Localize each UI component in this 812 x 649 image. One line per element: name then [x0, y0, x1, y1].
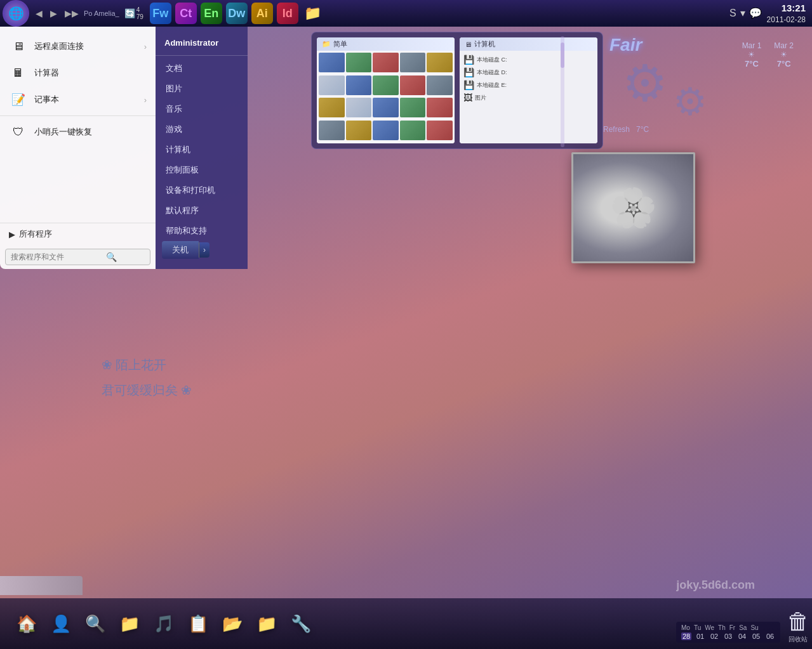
- dock-tools[interactable]: 🔧: [287, 610, 315, 638]
- id-icon[interactable]: Id: [277, 3, 298, 24]
- menu-documents[interactable]: 文档: [156, 58, 248, 79]
- all-programs[interactable]: ▶ 所有程序: [0, 223, 156, 245]
- weather-day-1-temp: 7°C: [742, 59, 762, 69]
- window-icon-simple: 📁: [322, 40, 331, 48]
- calc-icon: 🖩: [9, 63, 28, 82]
- cal-th: Th: [718, 624, 726, 631]
- pinned-apps: 🖥 远程桌面连接 › 🖩 计算器 📝 记事本 › 🛡 小哨兵一键恢复: [0, 27, 156, 223]
- photo-content: 🌸: [573, 154, 693, 261]
- poem-line-2: 君可缓缓归矣 ❀: [102, 377, 192, 403]
- recycle-bin[interactable]: 🗑 回收站: [787, 608, 809, 644]
- calendar-row-1: 28 01 02 03 04 05 06: [681, 633, 775, 640]
- dock-folder2[interactable]: 📁: [253, 610, 281, 638]
- start-menu-left: 🖥 远程桌面连接 › 🖩 计算器 📝 记事本 › 🛡 小哨兵一键恢复 ▶ 所有程…: [0, 27, 156, 269]
- thumb-1: [319, 53, 345, 72]
- window-content-computer: 💾 本地磁盘 C: 💾 本地磁盘 D: 💾 本地磁盘 E: 🖼 图片: [460, 51, 597, 143]
- cal-02: 02: [709, 633, 719, 640]
- cal-tu: Tu: [694, 624, 701, 631]
- tray-icons: S ▾ 💬: [729, 7, 762, 19]
- thumb-7: [346, 75, 372, 95]
- window-content-simple: [317, 51, 455, 143]
- play-button[interactable]: ▶: [48, 7, 60, 20]
- cal-04: 04: [737, 633, 747, 640]
- dock-folder[interactable]: 📁: [116, 610, 143, 638]
- cal-sa: Sa: [739, 624, 747, 631]
- tray-icon-s[interactable]: S: [729, 8, 736, 19]
- thumb-6: [319, 75, 345, 95]
- menu-pictures[interactable]: 图片: [156, 79, 248, 99]
- weather-day-2-icon: ☀: [774, 50, 794, 59]
- bottom-dock: 🏠 👤 🔍 📁 🎵 📋 📂 📁 🔧: [13, 610, 315, 638]
- menu-item-notepad[interactable]: 📝 记事本 ›: [0, 86, 156, 113]
- window-preview-simple[interactable]: 📁 简单: [317, 37, 455, 143]
- cal-05: 05: [751, 633, 761, 640]
- app-icons: Fw Ct En Dw Ai Id 📁: [150, 3, 324, 24]
- flower-art: 🌸: [609, 185, 657, 230]
- menu-help[interactable]: 帮助和支持: [156, 221, 248, 241]
- window-label-computer: 计算机: [474, 39, 495, 49]
- clock: 13:21 2011-02-28: [767, 1, 806, 25]
- scroll-indicator: [561, 36, 564, 147]
- thumb-18: [373, 121, 399, 140]
- fw-icon[interactable]: Fw: [150, 3, 171, 24]
- taskbar: 🌐 ◀ ▶ ▶▶ Po Amelia_ 🔄 479 Fw Ct En Dw Ai…: [0, 0, 812, 27]
- shutdown-button[interactable]: 关机: [162, 241, 199, 259]
- dock-search[interactable]: 🔍: [81, 610, 109, 638]
- dock-home[interactable]: 🏠: [13, 610, 41, 638]
- ct-icon[interactable]: Ct: [175, 3, 197, 24]
- media-controls: ◀ ▶ ▶▶: [33, 7, 81, 20]
- ai-icon[interactable]: Ai: [251, 3, 273, 24]
- dock-user[interactable]: 👤: [47, 610, 75, 638]
- username: Administrator: [156, 33, 248, 56]
- en-icon[interactable]: En: [201, 3, 222, 24]
- menu-item-calc[interactable]: 🖩 计算器: [0, 60, 156, 86]
- tray-chat[interactable]: 💬: [749, 7, 762, 19]
- menu-music[interactable]: 音乐: [156, 99, 248, 119]
- cal-28: 28: [681, 633, 691, 640]
- thumb-3: [373, 53, 399, 72]
- scroll-thumb: [561, 43, 564, 68]
- search-icon: 🔍: [106, 252, 117, 262]
- recycle-label: 回收站: [789, 635, 808, 644]
- window-title-computer: 🖥 计算机: [460, 37, 597, 51]
- cal-01: 01: [695, 633, 705, 640]
- menu-defaults[interactable]: 默认程序: [156, 200, 248, 221]
- cal-fr: Fr: [729, 624, 735, 631]
- prev-button[interactable]: ◀: [33, 7, 45, 20]
- watermark: joky.5d6d.com: [676, 579, 755, 592]
- window-preview-computer[interactable]: 🖥 计算机 💾 本地磁盘 C: 💾 本地磁盘 D: 💾 本地磁盘 E: 🖼 图片: [460, 37, 597, 143]
- menu-item-remote[interactable]: 🖥 远程桌面连接 ›: [0, 33, 156, 60]
- file-row-1: 💾 本地磁盘 C:: [462, 53, 595, 66]
- menu-devices[interactable]: 设备和打印机: [156, 180, 248, 200]
- all-programs-arrow: ▶: [9, 230, 15, 239]
- file-row-3: 💾 本地磁盘 E:: [462, 79, 595, 91]
- next-button[interactable]: ▶▶: [62, 7, 81, 20]
- weather-day-1-label: Mar 1: [742, 41, 762, 50]
- start-button[interactable]: 🌐: [3, 0, 29, 27]
- thumb-16: [319, 121, 345, 140]
- song-title: Po Amelia_: [84, 10, 119, 17]
- search-input[interactable]: [11, 252, 106, 261]
- dw-icon[interactable]: Dw: [226, 3, 248, 24]
- file-label-1: 本地磁盘 C:: [477, 56, 507, 64]
- dock-music[interactable]: 🎵: [150, 610, 178, 638]
- menu-computer[interactable]: 计算机: [156, 140, 248, 160]
- cal-we: We: [705, 624, 714, 631]
- dock-document[interactable]: 📋: [184, 610, 212, 638]
- shutdown-arrow-button[interactable]: ›: [199, 242, 210, 258]
- weather-day-2-temp: 7°C: [774, 59, 794, 69]
- thumb-2: [346, 53, 372, 72]
- menu-games[interactable]: 游戏: [156, 119, 248, 140]
- dock-files[interactable]: 📂: [218, 610, 246, 638]
- thumb-5: [427, 53, 453, 72]
- menu-item-recovery[interactable]: 🛡 小哨兵一键恢复: [0, 119, 156, 145]
- tray-dropdown[interactable]: ▾: [740, 7, 745, 19]
- folder-task-icon[interactable]: 📁: [302, 3, 324, 24]
- file-label-2: 本地磁盘 D:: [477, 69, 507, 77]
- notepad-icon: 📝: [9, 90, 28, 109]
- cal-mo: Mo: [681, 624, 690, 631]
- cal-03: 03: [723, 633, 733, 640]
- menu-control-panel[interactable]: 控制面板: [156, 160, 248, 180]
- thumb-15: [427, 98, 453, 117]
- taskbar-right: S ▾ 💬 13:21 2011-02-28: [729, 1, 812, 25]
